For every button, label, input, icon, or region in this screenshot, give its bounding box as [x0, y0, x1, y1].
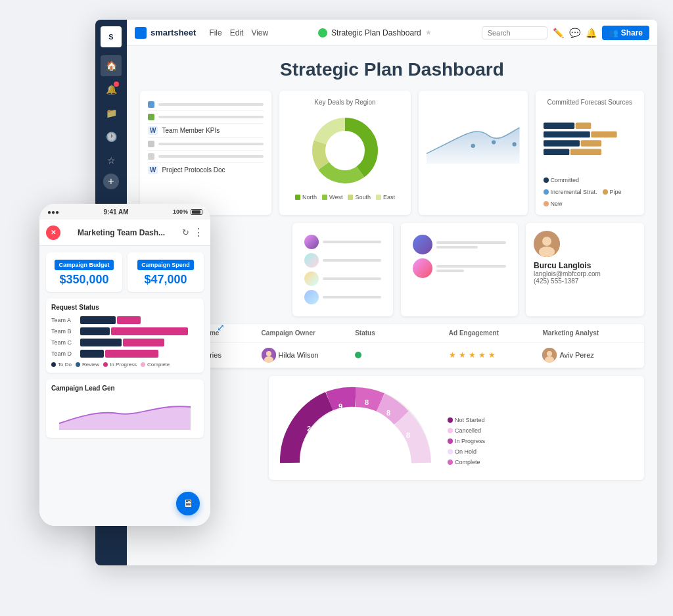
- svg-rect-14: [544, 149, 569, 155]
- spend-card: Campaign Spend $47,000: [128, 252, 204, 292]
- mobile-close-button[interactable]: ✕: [46, 225, 60, 240]
- file-item-5: [148, 151, 264, 163]
- mobile-fab-button[interactable]: 🖥: [176, 492, 200, 515]
- fab-icon: 🖥: [183, 498, 193, 509]
- svg-rect-8: [544, 122, 574, 128]
- file-list-card: W Team Member KPIs W Project Protocols D…: [140, 91, 271, 215]
- legend-incremental: Incremental Strat.: [544, 189, 597, 195]
- topbar-brand: smartsheet: [135, 27, 196, 39]
- legend-south: South: [348, 194, 371, 201]
- content-line-1: [436, 241, 506, 244]
- mobile-bar-row-a: Team A: [51, 316, 198, 324]
- team-d-inprogress: [105, 350, 158, 358]
- team-c-bars: [80, 339, 198, 346]
- team-b-label: Team B: [51, 328, 78, 335]
- content-lines-2: [436, 265, 506, 272]
- avatar-line-3: [323, 277, 381, 280]
- budget-value: $350,000: [51, 273, 117, 287]
- expand-arrow[interactable]: ⤢: [217, 322, 668, 608]
- team-d-todo: [80, 350, 104, 358]
- content-line-4: [436, 270, 465, 272]
- sidebar-add-button[interactable]: +: [103, 174, 119, 189]
- content-card-2: [401, 223, 518, 316]
- battery-icon: [191, 209, 202, 215]
- forecast-chart-svg: [544, 111, 637, 170]
- mobile-status-right: 100%: [173, 208, 202, 215]
- comment-icon[interactable]: 💬: [569, 28, 580, 38]
- request-status-section: Request Status Team A Team B Team C: [46, 298, 204, 373]
- file-item-6[interactable]: W Project Protocols Doc: [148, 163, 264, 177]
- budget-card: Campaign Budget $350,000: [46, 252, 122, 292]
- spend-value: $47,000: [133, 273, 198, 287]
- file-line: [158, 103, 264, 106]
- menu-edit[interactable]: Edit: [230, 28, 244, 37]
- mobile-time: 9:41 AM: [104, 208, 129, 216]
- complete-mobile-color: [141, 362, 145, 367]
- area-chart-svg: [427, 99, 520, 178]
- contact-card: Burcu Langlois langlois@mbfcorp.com (425…: [526, 223, 644, 316]
- inprogress-color: [103, 362, 108, 367]
- team-d-label: Team D: [51, 350, 78, 357]
- team-a-todo: [80, 316, 116, 324]
- sidebar-item-notifications[interactable]: 🔔: [101, 79, 122, 100]
- menu-view[interactable]: View: [251, 28, 268, 37]
- avatar-row-1: [304, 235, 381, 249]
- contact-avatar: [534, 231, 560, 257]
- content-row-2: [413, 258, 506, 278]
- word-icon-2: W: [148, 166, 158, 174]
- sidebar-item-files[interactable]: 📁: [101, 103, 122, 124]
- avatar-2: [304, 253, 319, 268]
- contact-avatar-svg: [534, 231, 560, 257]
- legend-west: West: [322, 194, 342, 201]
- file-line: [158, 155, 264, 158]
- svg-rect-13: [580, 140, 601, 146]
- svg-point-17: [542, 237, 551, 246]
- team-c-inprogress: [123, 339, 164, 346]
- topbar-actions: ✏️ 💬 🔔 👥 Share: [482, 26, 649, 40]
- avatar-row-4: [304, 290, 381, 304]
- share-button[interactable]: 👥 Share: [602, 26, 649, 40]
- avatar-row-3: [304, 272, 381, 286]
- alert-icon[interactable]: 🔔: [586, 28, 597, 38]
- lead-gen-section: Campaign Lead Gen: [46, 379, 204, 438]
- forecast-chart-card: Committed Forecast Sources: [536, 91, 645, 215]
- mobile-content: Campaign Budget $350,000 Campaign Spend …: [39, 246, 210, 526]
- notification-badge: [114, 82, 119, 87]
- incremental-color: [544, 189, 549, 195]
- dashboard-title: Strategic Plan Dashboard: [140, 59, 644, 80]
- svg-rect-10: [544, 131, 590, 137]
- avatar-4: [304, 290, 319, 304]
- search-input[interactable]: [482, 26, 547, 39]
- content-lines: [436, 241, 506, 249]
- mobile-menu-icon[interactable]: ⋮: [193, 226, 204, 239]
- donut-legend: North West South East: [287, 194, 403, 201]
- team-b-todo: [80, 327, 110, 335]
- star-icon[interactable]: ★: [425, 28, 432, 37]
- legend-inprogress: In Progress: [103, 362, 137, 367]
- budget-label: Campaign Budget: [55, 260, 113, 270]
- team-d-bars: [80, 350, 198, 358]
- content-row-1: [413, 235, 506, 254]
- file-item-3[interactable]: W Team Member KPIs: [148, 124, 264, 138]
- sidebar-item-recent[interactable]: 🕐: [101, 126, 122, 147]
- mobile-refresh-icon[interactable]: ↻: [182, 227, 189, 237]
- content-line-2: [436, 246, 478, 249]
- sidebar-item-home[interactable]: 🏠: [101, 55, 122, 76]
- legend-west-color: [322, 195, 327, 200]
- avatar-row-2: [304, 253, 381, 268]
- menu-file[interactable]: File: [209, 28, 221, 37]
- team-a-bars: [80, 316, 198, 324]
- legend-review: Review: [76, 362, 99, 367]
- avatar-line-1: [323, 241, 381, 243]
- avatar-line-2: [323, 259, 381, 262]
- file-color: [148, 101, 154, 108]
- edit-icon[interactable]: ✏️: [553, 28, 564, 38]
- svg-point-18: [539, 247, 555, 257]
- content-line-3: [436, 265, 506, 268]
- sidebar-item-favorites[interactable]: ☆: [101, 150, 122, 171]
- team-c-todo: [80, 339, 122, 346]
- file-item-1: [148, 99, 264, 111]
- legend-committed: Committed: [544, 177, 580, 183]
- avatar-3: [304, 272, 319, 286]
- person-avatar-2: [413, 258, 432, 278]
